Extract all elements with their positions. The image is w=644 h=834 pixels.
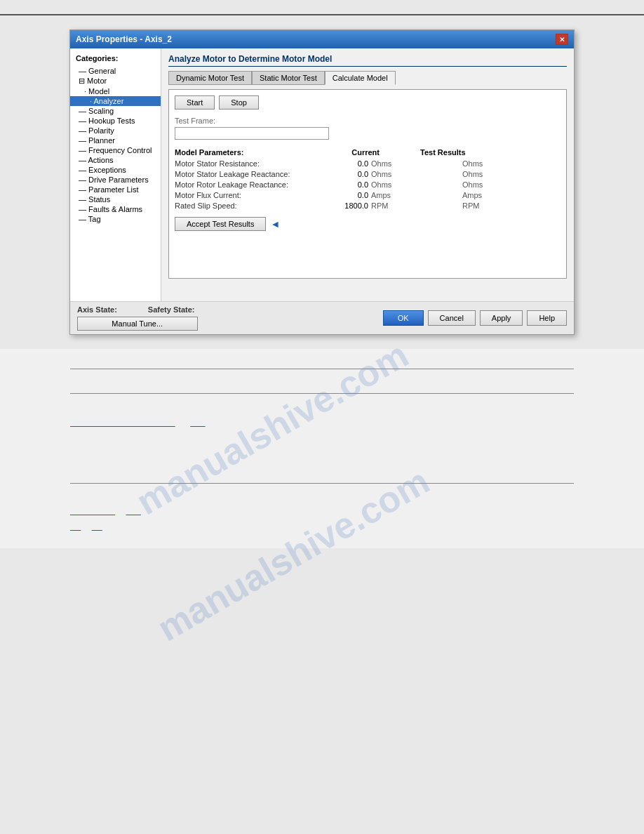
accept-row: Accept Test Results ◄ [175,217,561,231]
sidebar-item-motor[interactable]: ⊟ Motor [70,76,161,86]
param-row-1: Motor Stator Leakage Reactance: 0.0 Ohms… [175,170,561,178]
sidebar-item-analyzer[interactable]: · Analyzer [70,96,161,106]
faint-link-1[interactable] [70,507,115,515]
param-unit-2: Ohms [371,180,406,189]
param-row-0: Motor Stator Resistance: 0.0 Ohms Ohms [175,159,561,168]
faint-link-4[interactable] [92,522,102,531]
param-unit2-1: Ohms [462,170,497,178]
sidebar-item-hookup[interactable]: — Hookup Tests [70,116,161,126]
tab-bar: Dynamic Motor Test Static Motor Test Cal… [168,71,567,85]
below-link-1[interactable] [70,418,175,427]
spacer-1 [70,435,574,477]
params-header-row: Model Parameters: Current Test Results [175,148,561,157]
start-button[interactable]: Start [175,95,215,110]
below-text-2 [70,399,574,412]
tab-dynamic[interactable]: Dynamic Motor Test [168,71,252,85]
params-section: Model Parameters: Current Test Results M… [175,148,561,210]
tab-calculate[interactable]: Calculate Model [325,71,396,85]
param-row-4: Rated Slip Speed: 1800.0 RPM RPM [175,201,561,210]
dialog-window: Axis Properties - Axis_2 ✕ Categories: —… [69,29,575,335]
sidebar-item-polarity[interactable]: — Polarity [70,126,161,135]
state-row: Axis State: Safety State: [77,305,198,314]
faint-line-2 [70,519,574,534]
progress-bar [175,127,329,140]
param-row-2: Motor Rotor Leakage Reactance: 0.0 Ohms … [175,180,561,189]
sidebar-item-paramlist[interactable]: — Parameter List [70,185,161,194]
sidebar-item-exceptions[interactable]: — Exceptions [70,165,161,175]
control-buttons: Start Stop [175,95,561,110]
dialog-title: Axis Properties - Axis_2 [76,34,172,44]
divider-3 [70,483,574,484]
sidebar-item-status[interactable]: — Status [70,194,161,204]
param-unit-1: Ohms [371,170,406,178]
param-unit2-4: RPM [462,201,497,210]
param-unit-0: Ohms [371,159,406,168]
param-unit-3: Amps [371,191,406,199]
test-frame-label: Test Frame: [175,117,561,125]
categories-panel: Categories: — General ⊟ Motor · Model · … [70,48,161,301]
dialog-bottom: Axis State: Safety State: Manual Tune...… [70,301,574,334]
axis-state-label: Axis State: [77,305,117,314]
help-button[interactable]: Help [527,310,567,326]
action-buttons: OK Cancel Apply Help [383,310,567,326]
main-panel: Analyze Motor to Determine Motor Model D… [161,48,574,301]
param-unit2-2: Ohms [462,180,497,189]
faint-link-2[interactable] [126,507,140,515]
safety-state-item: Safety State: [148,305,198,314]
spacer-2 [70,489,574,503]
param-row-3: Motor Flux Current: 0.0 Amps Amps [175,191,561,199]
below-text-1 [70,375,574,388]
divider-2 [70,393,574,394]
dialog-body: Categories: — General ⊟ Motor · Model · … [70,48,574,334]
header-current: Current [329,148,385,157]
header-model-params: Model Parameters: [175,148,329,157]
param-label-4: Rated Slip Speed: [175,201,329,210]
page-wrapper: manualshive.com manualshive.com Axis Pro… [0,0,644,834]
sidebar-item-general[interactable]: — General [70,66,161,76]
safety-state-label: Safety State: [148,305,195,314]
param-current-1: 0.0 [329,170,371,178]
param-label-3: Motor Flux Current: [175,191,329,199]
axis-state-item: Axis State: [77,305,120,314]
sidebar-item-tag[interactable]: — Tag [70,214,161,224]
sidebar-item-actions[interactable]: — Actions [70,155,161,165]
tab-static[interactable]: Static Motor Test [252,71,325,85]
param-label-1: Motor Stator Leakage Reactance: [175,170,329,178]
below-link-2[interactable] [190,418,205,427]
param-label-2: Motor Rotor Leakage Reactance: [175,180,329,189]
faint-link-3[interactable] [70,522,81,531]
arrow-icon: ◄ [270,218,280,230]
param-unit-4: RPM [371,201,406,210]
section-title: Analyze Motor to Determine Motor Model [168,54,567,67]
param-current-4: 1800.0 [329,201,371,210]
header-unit2-spacer [490,148,525,157]
sidebar-item-scaling[interactable]: — Scaling [70,106,161,116]
header-test-results: Test Results [420,148,490,157]
param-unit2-3: Amps [462,191,497,199]
header-unit-spacer [385,148,420,157]
accept-test-results-button[interactable]: Accept Test Results [175,217,266,231]
dialog-titlebar: Axis Properties - Axis_2 ✕ [70,30,574,48]
ok-button[interactable]: OK [383,310,424,326]
sidebar-item-faults[interactable]: — Faults & Alarms [70,204,161,214]
dialog-close-button[interactable]: ✕ [556,34,568,45]
categories-label: Categories: [70,52,161,66]
sidebar-item-model[interactable]: · Model [70,86,161,96]
tab-content-area: Start Stop Test Frame: Model Parameters:… [168,89,567,279]
param-label-0: Motor Stator Resistance: [175,159,329,168]
below-link-line [70,417,574,430]
param-unit2-0: Ohms [462,159,497,168]
top-divider [0,14,644,15]
sidebar-item-drive[interactable]: — Drive Parameters [70,175,161,185]
sidebar-item-frequency[interactable]: — Frequency Control [70,145,161,155]
stop-button[interactable]: Stop [219,95,259,110]
cancel-button[interactable]: Cancel [428,310,476,326]
sidebar-item-planner[interactable]: — Planner [70,135,161,145]
param-current-3: 0.0 [329,191,371,199]
param-current-2: 0.0 [329,180,371,189]
faint-line-1 [70,503,574,519]
below-dialog [0,349,644,548]
apply-button[interactable]: Apply [480,310,523,326]
manual-tune-button[interactable]: Manual Tune... [77,317,198,331]
divider-1 [70,369,574,369]
